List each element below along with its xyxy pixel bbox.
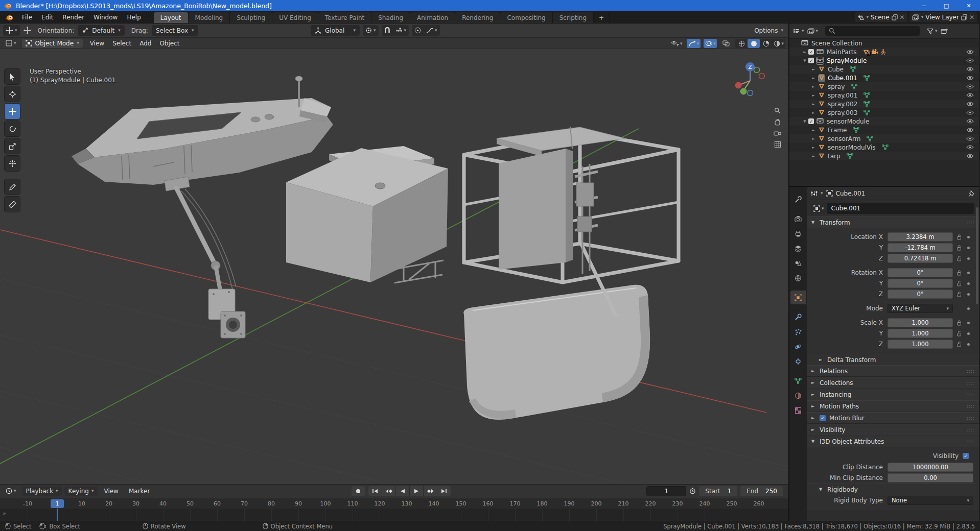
property-field-clip-distance[interactable]: 1000000.00	[888, 463, 973, 472]
outliner-editor-dropdown[interactable]: ▾	[793, 28, 804, 34]
pin-icon[interactable]	[969, 190, 975, 197]
tab-layout[interactable]: Layout	[154, 12, 189, 23]
animate-dot-icon[interactable]	[965, 322, 971, 324]
transport-rec-button[interactable]	[352, 486, 365, 496]
property-field-scale-x[interactable]: 1.000	[888, 318, 953, 327]
panel-header-visibility[interactable]: ►Visibility::::	[807, 424, 979, 436]
panel-header-motion-blur[interactable]: ►✓Motion Blur::::	[807, 412, 979, 424]
object-type-dropdown[interactable]: ▾	[811, 203, 826, 214]
property-field-rigid-body-type[interactable]: None▾	[888, 496, 973, 505]
outliner-row-sensormodule[interactable]: ▼✓sensorModule	[789, 117, 979, 126]
viewport-menu-object[interactable]: Object	[155, 40, 183, 47]
panel-header-rigidbody[interactable]: ▼Rigidbody	[807, 484, 976, 495]
panel-header-instancing[interactable]: ►Instancing::::	[807, 389, 979, 400]
gizmos-button[interactable]: ▾	[687, 39, 701, 48]
blender-menu-icon[interactable]	[0, 11, 17, 23]
property-field-min-clip-distance[interactable]: 0.00	[888, 473, 973, 482]
panel-header-motion-paths[interactable]: ►Motion Paths::::	[807, 400, 979, 412]
shading-rendered-button[interactable]: ▾	[772, 39, 785, 48]
properties-tab-texture[interactable]	[790, 403, 806, 417]
properties-tab-particles[interactable]	[790, 325, 806, 339]
animate-dot-icon[interactable]	[965, 236, 971, 238]
frame-start-field[interactable]: Start 1	[699, 486, 737, 496]
tool-select-box[interactable]	[5, 69, 20, 84]
tab-sculpting[interactable]: Sculpting	[230, 12, 272, 23]
property-field-location-x[interactable]: 3.2384 m	[888, 232, 953, 242]
viewport-menu-add[interactable]: Add	[135, 40, 155, 47]
hide-in-viewport-eye-icon[interactable]	[966, 58, 974, 63]
tool-rotate[interactable]	[5, 121, 20, 136]
tab-scripting[interactable]: Scripting	[553, 12, 594, 23]
transform-orientation-dropdown[interactable]: Global ▾	[311, 25, 360, 36]
property-field-z[interactable]: 0°	[888, 289, 953, 299]
timeline-menu-playback[interactable]: Playback▾	[22, 487, 62, 496]
options-dropdown[interactable]: Options ▾	[754, 27, 783, 34]
menu-help[interactable]: Help	[122, 11, 145, 23]
properties-tab-render[interactable]	[790, 212, 806, 226]
panel-header-i3d-object-attributes[interactable]: ▼I3D Object Attributes::::	[807, 436, 979, 447]
proportional-edit-button[interactable]	[412, 25, 424, 36]
properties-tab-output[interactable]	[790, 227, 806, 240]
hide-in-viewport-eye-icon[interactable]	[966, 145, 974, 150]
outliner-row-scene-collection[interactable]: Scene Collection	[789, 39, 979, 47]
properties-tab-object[interactable]	[790, 291, 806, 304]
hide-in-viewport-eye-icon[interactable]	[966, 76, 974, 80]
close-button[interactable]: ✕	[958, 0, 980, 11]
visibility-filter-button[interactable]: ▾	[669, 39, 684, 48]
collection-checkbox[interactable]: ✓	[808, 49, 814, 55]
timeline-track[interactable]: »	[0, 509, 788, 521]
viewport-menu-view[interactable]: View	[86, 40, 108, 47]
menu-edit[interactable]: Edit	[37, 11, 58, 23]
camera-view-icon[interactable]	[774, 130, 781, 136]
zoom-icon[interactable]	[774, 107, 781, 114]
overlays-button[interactable]: ▾	[704, 39, 717, 48]
tab-compositing[interactable]: Compositing	[500, 12, 552, 23]
filter-dropdown[interactable]: ▾	[927, 28, 938, 34]
transport-play-button[interactable]	[410, 486, 423, 496]
animate-dot-icon[interactable]	[965, 282, 971, 285]
animate-dot-icon[interactable]	[965, 247, 971, 249]
falloff-dropdown[interactable]: ▾	[424, 25, 440, 36]
navigation-gizmo[interactable]: Z	[731, 60, 769, 100]
properties-tab-world[interactable]	[790, 271, 806, 285]
animate-dot-icon[interactable]	[965, 293, 971, 296]
property-field-z[interactable]: 1.000	[888, 340, 953, 349]
tool-measure[interactable]	[5, 197, 20, 212]
mode-dropdown[interactable]: Object Mode ▾	[22, 39, 83, 48]
transport-jump-start-button[interactable]	[368, 486, 382, 496]
frame-end-field[interactable]: End 250	[740, 486, 783, 496]
hide-in-viewport-eye-icon[interactable]	[966, 84, 974, 89]
menu-render[interactable]: Render	[58, 11, 89, 23]
properties-tab-modifiers[interactable]	[790, 310, 806, 324]
panel-header-collections[interactable]: ►Collections::::	[807, 377, 979, 389]
properties-tab-physics[interactable]	[790, 340, 806, 353]
tab-rendering[interactable]: Rendering	[455, 12, 500, 23]
expand-icon[interactable]: ►	[810, 102, 817, 106]
expand-icon[interactable]: ►	[810, 111, 817, 115]
current-frame-indicator[interactable]: 1	[51, 499, 64, 508]
properties-tab-view-layer[interactable]	[790, 242, 806, 255]
tab-shading[interactable]: Shading	[371, 12, 410, 23]
collapse-icon[interactable]: ▼	[801, 59, 808, 63]
expand-icon[interactable]: ►	[810, 76, 817, 80]
maximize-button[interactable]: □	[935, 0, 958, 11]
transport-jump-end-button[interactable]	[437, 486, 451, 496]
new-collection-button[interactable]	[941, 28, 948, 34]
hide-in-viewport-eye-icon[interactable]	[966, 67, 974, 71]
timeline-menu-keying[interactable]: Keying▾	[64, 487, 98, 496]
panel-header-transform[interactable]: ▼Transform::::	[807, 216, 979, 228]
properties-tab-material[interactable]	[790, 389, 806, 402]
timeline-editor-dropdown[interactable]: ▾	[3, 486, 19, 496]
outliner-row-frame[interactable]: ►Frame	[789, 126, 979, 134]
hide-in-viewport-eye-icon[interactable]	[966, 102, 974, 106]
outliner-row-spray-002[interactable]: ►spray.002	[789, 100, 979, 108]
orientation-dropdown[interactable]: Default ▾	[78, 25, 124, 36]
viewport-menu-select[interactable]: Select	[108, 40, 135, 47]
viewport-3d[interactable]: ▾ Object Mode ▾ ViewSelectAddObject ▾▾▾▾	[0, 38, 788, 484]
editor-type-dropdown[interactable]: ▾	[3, 38, 19, 49]
expand-channels-icon[interactable]: »	[3, 510, 6, 517]
collapse-icon[interactable]: ▼	[801, 119, 808, 124]
xray-button[interactable]	[720, 39, 732, 48]
panel-header-relations[interactable]: ►Relations::::	[807, 365, 979, 377]
view-layer-selector[interactable]: ▾ View Layer ✕	[909, 12, 977, 22]
